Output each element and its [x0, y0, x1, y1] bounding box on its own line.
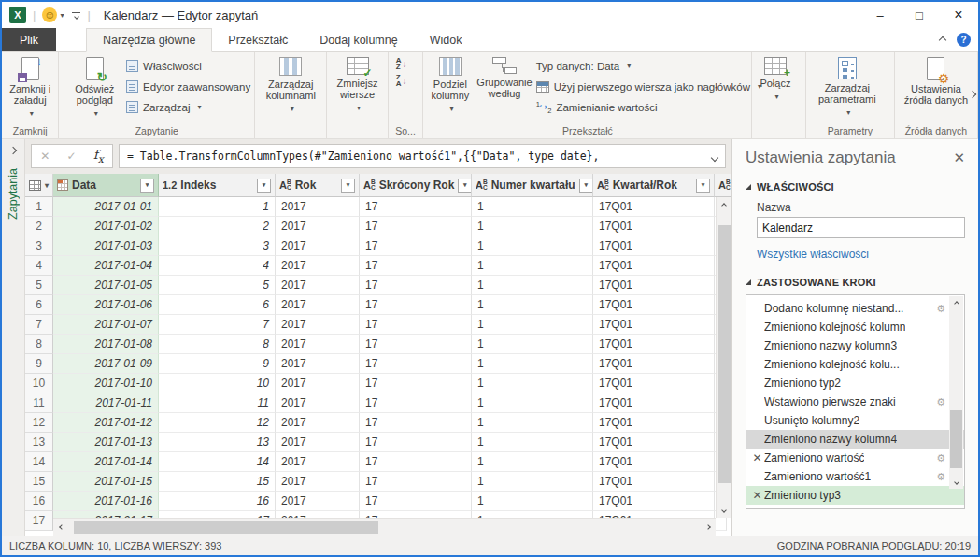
advanced-editor-button[interactable]: Edytor zaawansowany — [126, 78, 250, 95]
cell[interactable]: 17Q01 — [593, 472, 715, 492]
use-first-row-button[interactable]: Użyj pierwszego wiersza jako nagłówków▾ — [536, 78, 761, 95]
applied-step[interactable]: ✕Zamieniono wartość⚙ — [746, 449, 964, 467]
cell[interactable]: 2017-01-14 — [53, 452, 159, 472]
cell[interactable]: 2017-01-08 — [53, 335, 159, 354]
help-icon[interactable]: ? — [957, 33, 971, 47]
cell[interactable]: 2017 — [276, 433, 360, 452]
cell[interactable]: 8 — [159, 335, 276, 354]
scroll-up-icon[interactable] — [717, 197, 732, 213]
feedback-smiley-icon[interactable]: ☺ — [42, 7, 57, 22]
applied-step[interactable]: Zmieniono kolejność kolumn — [746, 318, 964, 336]
vertical-scrollbar[interactable] — [716, 197, 731, 518]
tab-home[interactable]: Narzędzia główne — [86, 28, 212, 52]
cell[interactable]: 2 — [159, 217, 276, 236]
manage-button[interactable]: Zarządzaj▾ — [126, 98, 250, 116]
cell[interactable]: 2017-01-11 — [53, 393, 159, 413]
cell[interactable]: 17 — [360, 393, 472, 413]
cell[interactable]: 2017 — [276, 315, 360, 335]
cell[interactable]: 17 — [360, 413, 472, 433]
cell[interactable]: 2017-01-15 — [53, 472, 159, 492]
column-header-skrocony-rok[interactable]: ABC Skrócony Rok ▾ — [360, 174, 472, 197]
step-settings-gear-icon[interactable]: ⚙ — [936, 471, 945, 483]
cell[interactable]: 17 — [360, 295, 472, 315]
expander-icon[interactable] — [746, 184, 751, 190]
filter-button[interactable]: ▾ — [341, 179, 355, 193]
cell[interactable]: 17 — [360, 472, 472, 492]
applied-step[interactable]: Wstawiono pierwsze znaki⚙ — [746, 393, 964, 411]
column-header-numer-kwartalu[interactable]: ABC Numer kwartału ▾ — [472, 174, 593, 197]
delete-step-icon[interactable]: ✕ — [750, 452, 764, 464]
expand-queries-pane-icon[interactable] — [9, 147, 17, 154]
cell[interactable]: 17Q01 — [593, 452, 715, 472]
cell[interactable]: 12 — [159, 413, 276, 433]
cell[interactable]: 13 — [159, 433, 276, 452]
cell[interactable]: 17Q01 — [593, 393, 715, 413]
cell[interactable]: 2017 — [276, 354, 360, 374]
cell[interactable]: 2017-01-13 — [53, 433, 159, 452]
cell[interactable]: 14 — [159, 452, 276, 472]
cell[interactable]: 1 — [472, 393, 593, 413]
column-header-rok[interactable]: ABC Rok ▾ — [276, 174, 360, 197]
group-by-button[interactable]: Grupowanie według — [473, 55, 535, 101]
row-number[interactable]: 3 — [25, 236, 53, 256]
cell[interactable]: 1 — [472, 433, 593, 452]
applied-step[interactable]: ✕Zmieniono typ3 — [746, 486, 964, 505]
cell[interactable]: 2017 — [276, 276, 360, 295]
filter-button[interactable]: ▾ — [257, 179, 271, 193]
cell[interactable]: 17Q01 — [593, 433, 715, 452]
cell[interactable]: 2017-01-05 — [53, 276, 159, 295]
cell[interactable]: 2017 — [276, 256, 360, 276]
manage-parameters-button[interactable]: Zarządzaj parametrami▾ — [810, 55, 885, 121]
formula-input[interactable]: = Table.TransformColumnTypes(#"Zamienion… — [119, 144, 726, 168]
row-number[interactable]: 17 — [25, 511, 53, 531]
applied-step[interactable]: Zmieniono nazwy kolumn4 — [746, 430, 964, 449]
cell[interactable]: 1 — [472, 256, 593, 276]
data-type-button[interactable]: Typ danych: Data▾ — [536, 57, 761, 75]
steps-scrollbar[interactable] — [949, 296, 963, 489]
cell[interactable]: 2017 — [276, 492, 360, 511]
cell[interactable]: 2017 — [276, 236, 360, 256]
scroll-down-icon[interactable] — [717, 502, 732, 518]
cell[interactable]: 2017 — [276, 217, 360, 236]
sort-ascending-icon[interactable]: AZ↓ — [396, 57, 407, 70]
cell[interactable]: 1 — [472, 413, 593, 433]
cell[interactable]: 17 — [360, 335, 472, 354]
close-button[interactable]: × — [939, 2, 978, 28]
column-header-indeks[interactable]: 1.2 Indeks ▾ — [159, 174, 276, 197]
cell[interactable]: 1 — [472, 315, 593, 335]
cell[interactable]: 3 — [159, 236, 276, 256]
steps-scroll-up-icon[interactable] — [949, 296, 963, 310]
cell[interactable]: 2017 — [276, 374, 360, 393]
formula-accept-icon[interactable]: ✓ — [67, 150, 77, 163]
cell[interactable]: 2017 — [276, 472, 360, 492]
cell[interactable]: 17Q01 — [593, 197, 715, 217]
filter-button[interactable]: ▾ — [579, 179, 593, 193]
row-number[interactable]: 16 — [25, 492, 53, 511]
steps-scrollbar-thumb[interactable] — [950, 410, 962, 468]
step-settings-gear-icon[interactable]: ⚙ — [936, 303, 945, 315]
expander-icon[interactable] — [746, 279, 751, 285]
cell[interactable]: 1 — [472, 197, 593, 217]
row-number[interactable]: 15 — [25, 472, 53, 492]
row-number[interactable]: 9 — [25, 354, 53, 374]
tab-add-column[interactable]: Dodaj kolumnę — [304, 28, 413, 51]
data-source-settings-button[interactable]: ⚙ Ustawienia źródła danych — [899, 55, 973, 107]
cell[interactable]: 2017-01-07 — [53, 315, 159, 335]
column-header-data[interactable]: Data ▾ — [53, 174, 159, 197]
cell[interactable]: 17Q01 — [593, 256, 715, 276]
cell[interactable]: 1 — [472, 354, 593, 374]
cell[interactable]: 17 — [360, 452, 472, 472]
cell[interactable]: 17 — [360, 315, 472, 335]
quick-access-customize-icon[interactable] — [72, 12, 80, 19]
row-number[interactable]: 10 — [25, 374, 53, 393]
cell[interactable]: 17Q01 — [593, 295, 715, 315]
cell[interactable]: 11 — [159, 393, 276, 413]
row-number[interactable]: 12 — [25, 413, 53, 433]
cell[interactable]: 1 — [472, 295, 593, 315]
row-number[interactable]: 2 — [25, 217, 53, 236]
vertical-scrollbar-thumb[interactable] — [718, 225, 731, 483]
row-number[interactable]: 1 — [25, 197, 53, 217]
minimize-button[interactable]: – — [860, 2, 900, 28]
cell[interactable]: 17 — [360, 354, 472, 374]
cell[interactable]: 9 — [159, 354, 276, 374]
